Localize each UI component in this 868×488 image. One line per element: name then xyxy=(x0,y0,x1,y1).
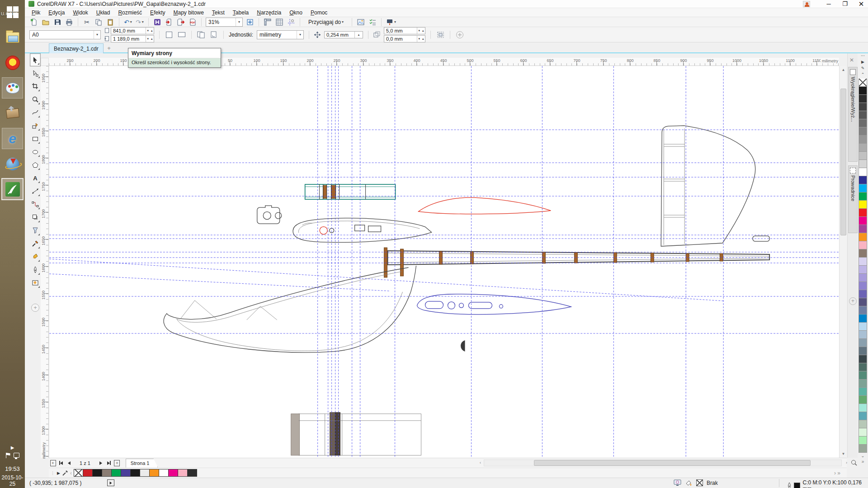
show-rulers-button[interactable] xyxy=(263,18,272,27)
color-swatch[interactable] xyxy=(859,363,867,371)
vertical-scroll-thumb[interactable] xyxy=(840,89,846,235)
menu-edycja[interactable]: Edycja xyxy=(44,9,69,17)
tool-polygon[interactable] xyxy=(30,158,41,171)
scroll-right-arrow[interactable]: › xyxy=(843,459,850,467)
color-swatch[interactable] xyxy=(859,420,867,428)
color-swatch[interactable] xyxy=(859,323,867,331)
drawing-canvas[interactable] xyxy=(49,66,839,458)
fill-none-swatch[interactable] xyxy=(696,479,703,486)
taskbar-internet-explorer[interactable]: e xyxy=(2,128,23,149)
add-page-end-button[interactable]: + xyxy=(113,460,121,467)
color-swatch[interactable] xyxy=(140,469,150,477)
tool-shape[interactable] xyxy=(30,66,41,80)
nudge-up-arrow[interactable]: ▲ xyxy=(355,32,363,38)
tray-expand-arrow[interactable]: ▶ xyxy=(0,445,25,450)
color-swatch[interactable] xyxy=(859,225,867,233)
page-size-preset-combo[interactable]: A0▾ xyxy=(29,30,101,39)
color-swatch[interactable] xyxy=(859,258,867,266)
height-up-arrow[interactable]: ▲ xyxy=(150,36,154,42)
dup-y-down[interactable]: ▼ xyxy=(417,36,421,42)
vertical-scrollbar[interactable]: ▲ ▼ xyxy=(839,66,847,458)
all-pages-button[interactable] xyxy=(197,30,206,39)
tool-transparency[interactable] xyxy=(30,224,41,237)
tool-outline-pen[interactable] xyxy=(30,263,41,276)
menu-efekty[interactable]: Efekty xyxy=(146,9,169,17)
color-swatch[interactable] xyxy=(859,249,867,258)
palette-scroll-down[interactable]: ⌄ xyxy=(858,453,868,459)
pan-zoom-button[interactable] xyxy=(850,459,859,467)
color-swatch[interactable] xyxy=(859,136,867,144)
nudge-field[interactable]: 0,254 mm ▲ xyxy=(324,31,363,38)
color-swatch[interactable] xyxy=(859,445,867,453)
menu-narzędzia[interactable]: Narzędzia xyxy=(253,9,285,17)
action-center-flag-icon[interactable] xyxy=(6,453,11,458)
color-swatch[interactable] xyxy=(859,436,867,445)
docpal-eyedropper-icon[interactable] xyxy=(62,470,68,476)
color-swatch[interactable] xyxy=(102,469,112,477)
menu-układ[interactable]: Układ xyxy=(92,9,114,17)
color-swatch[interactable] xyxy=(859,233,867,241)
current-page-button[interactable] xyxy=(209,30,218,39)
menu-mapy-bitowe[interactable]: Mapy bitowe xyxy=(169,9,208,17)
taskbar-send-app[interactable] xyxy=(2,103,23,123)
width-up-arrow[interactable]: ▲ xyxy=(150,28,154,34)
color-swatch[interactable] xyxy=(859,331,867,339)
drawing-bottom-structure[interactable] xyxy=(291,413,421,455)
taskbar-paint-app[interactable] xyxy=(2,78,23,98)
color-swatch[interactable] xyxy=(112,469,121,477)
account-icon[interactable] xyxy=(803,1,810,7)
import-button[interactable] xyxy=(165,18,174,27)
color-swatch[interactable] xyxy=(178,469,188,477)
color-swatch[interactable] xyxy=(859,314,867,323)
color-swatch[interactable] xyxy=(859,388,867,396)
restore-button[interactable]: ❐ xyxy=(840,0,850,8)
drawing-half-disc[interactable] xyxy=(461,340,465,352)
propbar-more-button[interactable] xyxy=(455,30,464,39)
scroll-up-arrow[interactable]: ▲ xyxy=(840,66,847,74)
drawing-bracket-part[interactable] xyxy=(257,206,282,224)
scroll-down-arrow[interactable]: ▼ xyxy=(840,450,847,458)
color-swatch[interactable] xyxy=(859,380,867,388)
dup-x-up[interactable]: ▲ xyxy=(421,28,425,34)
menu-tekst[interactable]: Tekst xyxy=(208,9,229,17)
tool-fill[interactable] xyxy=(30,276,41,289)
redo-dropdown-arrow[interactable]: ▾ xyxy=(142,20,144,24)
drawing-blue-doubler[interactable] xyxy=(417,294,571,314)
color-swatch[interactable] xyxy=(859,192,867,201)
ruler-origin-button[interactable] xyxy=(41,58,49,66)
palette-expand[interactable]: » xyxy=(858,459,868,465)
zoom-level-combo[interactable]: 31%▾ xyxy=(206,18,243,27)
page-width-field[interactable]: 841,0 mm ▼▲ xyxy=(111,27,154,34)
docker-add-button[interactable]: + xyxy=(849,297,857,305)
docker-close-icon[interactable]: ✕ xyxy=(849,57,854,63)
color-swatch[interactable] xyxy=(859,371,867,380)
color-swatch[interactable] xyxy=(859,412,867,420)
application-launcher-button[interactable]: ▾ xyxy=(386,18,396,27)
menu-tabela[interactable]: Tabela xyxy=(229,9,253,17)
horizontal-scroll-thumb[interactable] xyxy=(534,460,811,466)
options-button[interactable] xyxy=(368,18,377,27)
h-scroll-track[interactable] xyxy=(484,460,842,466)
color-swatch[interactable] xyxy=(859,306,867,314)
new-tab-button[interactable]: + xyxy=(105,45,113,52)
color-swatch[interactable] xyxy=(859,274,867,282)
color-swatch[interactable] xyxy=(859,217,867,225)
tool-drop-shadow[interactable] xyxy=(30,211,41,224)
color-swatch[interactable] xyxy=(859,119,867,127)
vertical-ruler[interactable]: 1950190018501800175017001650160015501500… xyxy=(41,66,49,458)
docpal-drag-dots[interactable]: ⋮ xyxy=(51,471,55,475)
tool-ellipse[interactable] xyxy=(30,145,41,158)
tool-rectangle[interactable] xyxy=(30,132,41,145)
publish-pdf-button[interactable]: PDF xyxy=(188,18,197,27)
treat-as-filled-button[interactable] xyxy=(436,30,445,39)
color-swatch[interactable] xyxy=(859,87,867,95)
tool-connector[interactable] xyxy=(30,197,41,211)
search-content-button[interactable] xyxy=(153,18,162,27)
palette-scroll-up[interactable]: ⌃ xyxy=(858,72,868,79)
last-page-button[interactable] xyxy=(105,460,113,467)
network-icon[interactable] xyxy=(14,453,19,458)
docker-tab-fillet[interactable]: Wyokrąglenie/Wyż... xyxy=(848,67,858,162)
page-tab[interactable]: Strona 1 xyxy=(126,459,158,468)
snap-to-button[interactable]: Przyciągaj do▾ xyxy=(304,18,348,27)
color-swatch[interactable] xyxy=(859,428,867,436)
